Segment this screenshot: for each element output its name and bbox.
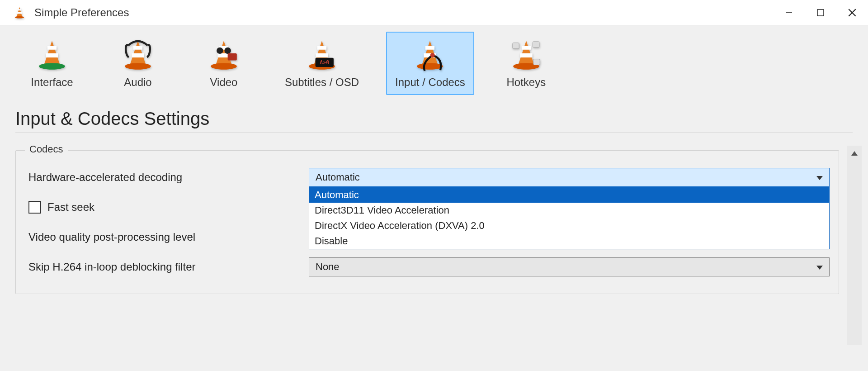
hw-decoding-option[interactable]: Disable: [309, 233, 829, 249]
svg-text:A»0: A»0: [320, 59, 329, 66]
tab-interface[interactable]: Interface: [18, 32, 86, 95]
svg-rect-9: [47, 46, 57, 50]
tab-label: Audio: [124, 76, 151, 89]
svg-rect-39: [533, 42, 539, 48]
video-icon: [203, 37, 244, 73]
tab-hotkeys[interactable]: Hotkeys: [492, 32, 560, 95]
svg-point-15: [125, 63, 151, 69]
hw-decoding-options: Automatic Direct3D11 Video Acceleration …: [309, 187, 830, 249]
svg-rect-1: [18, 9, 21, 10]
svg-rect-25: [316, 53, 328, 57]
window-title: Simple Preferences: [34, 6, 773, 19]
svg-rect-24: [317, 46, 326, 50]
svg-marker-12: [130, 41, 146, 64]
hotkeys-icon: [506, 37, 547, 73]
fast-seek-label: Fast seek: [47, 201, 94, 214]
svg-marker-0: [17, 7, 22, 17]
tab-input-codecs[interactable]: Input / Codecs: [386, 32, 474, 95]
svg-rect-40: [533, 59, 540, 65]
codecs-group: Codecs Hardware-accelerated decoding Aut…: [15, 150, 839, 294]
svg-rect-35: [522, 46, 531, 50]
svg-point-11: [39, 63, 65, 69]
svg-marker-41: [816, 176, 823, 180]
svg-marker-34: [519, 41, 534, 64]
codecs-legend: Codecs: [25, 143, 68, 155]
minimize-button[interactable]: [773, 0, 805, 25]
content-area: Codecs Hardware-accelerated decoding Aut…: [15, 146, 862, 345]
chevron-down-icon: [816, 261, 823, 273]
tab-audio[interactable]: Audio: [104, 32, 172, 95]
input-codecs-icon: [410, 37, 450, 73]
tab-label: Subtitles / OSD: [285, 76, 359, 89]
svg-point-21: [224, 48, 231, 54]
tab-label: Hotkeys: [506, 76, 546, 89]
close-button[interactable]: [836, 0, 868, 25]
svg-rect-30: [425, 46, 434, 50]
audio-icon: [118, 37, 158, 73]
skip-h264-value: None: [316, 261, 340, 273]
svg-marker-43: [851, 151, 858, 156]
hw-decoding-option[interactable]: Direct3D11 Video Acceleration: [309, 203, 829, 218]
svg-marker-8: [44, 41, 60, 64]
svg-point-3: [15, 16, 24, 18]
svg-point-33: [430, 53, 435, 57]
tab-label: Input / Codecs: [395, 76, 465, 89]
svg-point-19: [211, 63, 237, 69]
vlc-cone-icon: [13, 6, 26, 19]
svg-rect-14: [132, 53, 144, 57]
hw-decoding-label: Hardware-accelerated decoding: [28, 171, 309, 184]
svg-marker-42: [816, 266, 823, 270]
section-heading: Input & Codecs Settings: [15, 109, 868, 129]
svg-rect-10: [46, 53, 58, 57]
checkbox-box: [28, 201, 41, 214]
svg-point-20: [217, 48, 223, 54]
row-hw-decoding: Hardware-accelerated decoding Automatic …: [28, 166, 830, 189]
maximize-button[interactable]: [805, 0, 836, 25]
fast-seek-checkbox[interactable]: Fast seek: [28, 201, 94, 214]
section-divider: [15, 133, 853, 133]
window-controls: [773, 0, 868, 25]
skip-h264-label: Skip H.264 in-loop deblocking filter: [28, 261, 309, 273]
titlebar: Simple Preferences: [0, 0, 868, 25]
svg-rect-5: [817, 10, 824, 16]
category-tabs: Interface Audio: [0, 25, 868, 95]
svg-rect-13: [133, 46, 142, 50]
hw-decoding-select[interactable]: Automatic: [309, 168, 830, 187]
hw-decoding-option[interactable]: DirectX Video Acceleration (DXVA) 2.0: [309, 218, 829, 233]
skip-h264-select[interactable]: None: [309, 257, 830, 276]
interface-icon: [32, 37, 72, 73]
vq-post-label: Video quality post-processing level: [28, 231, 309, 243]
tab-subtitles[interactable]: A»0 Subtitles / OSD: [276, 32, 368, 95]
subtitles-icon: A»0: [302, 37, 342, 73]
svg-rect-22: [228, 53, 237, 61]
tab-video[interactable]: Video: [190, 32, 258, 95]
svg-rect-36: [520, 53, 532, 57]
row-skip-h264: Skip H.264 in-loop deblocking filter Non…: [28, 256, 830, 278]
hw-decoding-value: Automatic: [316, 171, 360, 183]
svg-point-32: [417, 63, 443, 69]
svg-rect-2: [17, 12, 22, 14]
vertical-scrollbar[interactable]: [847, 146, 862, 345]
svg-marker-29: [422, 41, 438, 64]
tab-label: Video: [210, 76, 238, 89]
hw-decoding-option[interactable]: Automatic: [309, 187, 829, 203]
tab-label: Interface: [31, 76, 73, 89]
scroll-up-arrow-icon[interactable]: [851, 148, 858, 345]
chevron-down-icon: [816, 171, 823, 183]
svg-rect-38: [513, 43, 519, 49]
